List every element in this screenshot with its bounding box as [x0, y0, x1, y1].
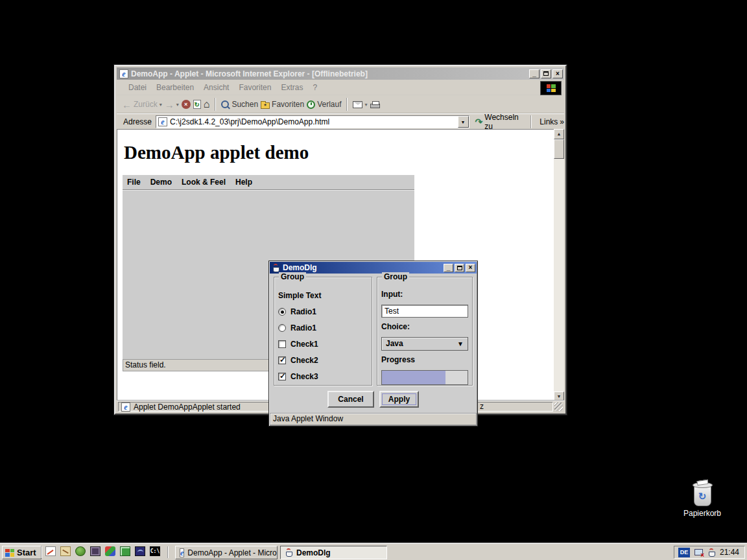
cancel-button[interactable]: Cancel	[327, 391, 374, 408]
taskbar: Start C:\ e DemoApp - Applet - Micro... …	[0, 543, 747, 560]
refresh-icon: ↻	[193, 100, 201, 109]
menu-favoriten[interactable]: Favoriten	[239, 83, 271, 92]
handwriting-icon[interactable]	[60, 546, 71, 556]
progress-bar-fill	[382, 371, 445, 384]
choice-combobox[interactable]: Java ▼	[381, 337, 468, 351]
address-field[interactable]: e C:\j2sdk1.4.2_03\prj\DemoApp\DemoApp.h…	[156, 115, 469, 128]
back-button[interactable]: ← Zurück ▾	[122, 99, 162, 110]
stop-icon: ×	[182, 100, 191, 109]
input-field[interactable]	[381, 305, 468, 318]
ie-window-title: DemoApp - Applet - Microsoft Internet Ex…	[131, 69, 527, 78]
ie-addressbar: Adresse e C:\j2sdk1.4.2_03\prj\DemoApp\D…	[117, 114, 564, 129]
combobox-value: Java	[386, 339, 403, 348]
radio-label: Radio1	[290, 323, 316, 332]
applet-menu-demo[interactable]: Demo	[150, 178, 172, 187]
statusbar-ie-icon: e	[121, 402, 130, 412]
recycle-bin-desktop-icon[interactable]: ↻ Papierkorb	[680, 485, 725, 518]
ribbon-icon[interactable]	[105, 546, 115, 556]
menu-ansicht[interactable]: Ansicht	[204, 83, 229, 92]
links-chevron-icon: »	[560, 117, 564, 126]
radio-option-2[interactable]: Radio1	[278, 323, 372, 333]
radio-unselected-icon[interactable]	[278, 324, 286, 332]
mail-chevron-icon: ▾	[364, 102, 367, 108]
scroll-up-button[interactable]: ▲	[554, 129, 564, 139]
links-button[interactable]: Links »	[540, 117, 564, 126]
favorites-label: Favoriten	[272, 100, 304, 109]
task-button-demodlg[interactable]: DemoDlg	[280, 546, 387, 559]
radio-selected-icon[interactable]	[278, 308, 286, 316]
print-button[interactable]	[370, 100, 380, 108]
ie-throbber-logo	[540, 81, 562, 95]
resize-grip[interactable]	[554, 402, 563, 411]
book-icon[interactable]	[90, 546, 101, 556]
windows-flag-icon	[547, 84, 556, 92]
applet-menu-help[interactable]: Help	[235, 178, 252, 187]
console-icon[interactable]: C:\	[150, 546, 160, 556]
search-button[interactable]: Suchen	[221, 100, 258, 109]
addressbar-separator	[530, 115, 532, 128]
demodlg-title: DemoDlg	[283, 263, 441, 272]
applet-menu-lookfeel[interactable]: Look & Feel	[182, 178, 226, 187]
ie-titlebar[interactable]: e DemoApp - Applet - Microsoft Internet …	[117, 67, 564, 80]
dialog-maximize-button[interactable]	[455, 264, 464, 272]
close-button[interactable]: ×	[552, 69, 563, 78]
start-button[interactable]: Start	[2, 546, 42, 559]
monitor-icon[interactable]	[120, 546, 130, 556]
recycle-bin-icon: ↻	[694, 485, 711, 506]
maximize-icon	[457, 266, 462, 270]
checkbox-option-1[interactable]: Check1	[278, 339, 372, 349]
keyboard-layout-indicator[interactable]: DE	[678, 548, 690, 557]
home-icon: ⌂	[204, 100, 210, 109]
ie-icon: e	[119, 69, 128, 78]
scrollbar-thumb[interactable]	[554, 139, 564, 159]
dialog-minimize-button[interactable]: _	[444, 264, 453, 272]
forward-arrow-icon: →	[165, 99, 174, 110]
checkbox-checked-icon[interactable]: ✓	[278, 373, 286, 380]
mail-button[interactable]: ▾	[353, 101, 367, 108]
recycle-bin-label: Papierkorb	[680, 509, 725, 518]
minimize-button[interactable]: _	[529, 69, 540, 78]
links-label: Links	[540, 117, 558, 126]
notes-icon[interactable]	[45, 546, 56, 556]
go-button[interactable]: ↷ Wechseln zu	[475, 113, 528, 131]
applet-menubar: File Demo Look & Feel Help	[123, 175, 414, 190]
menu-datei[interactable]: Datei	[128, 83, 147, 92]
forward-button[interactable]: → ▾	[165, 99, 179, 110]
menu-bearbeiten[interactable]: Bearbeiten	[156, 83, 194, 92]
java-applet-window-banner: Java Applet Window	[270, 413, 477, 425]
checkbox-checked-icon[interactable]: ✓	[278, 356, 286, 364]
mail-icon	[353, 101, 362, 108]
apply-button[interactable]: Apply	[379, 391, 419, 408]
checkbox-option-3[interactable]: ✓ Check3	[278, 371, 372, 382]
network-offline-icon[interactable]: ×	[694, 548, 704, 557]
address-dropdown-button[interactable]: ▼	[458, 116, 469, 128]
refresh-button[interactable]: ↻	[193, 100, 201, 109]
checkbox-label: Check2	[290, 356, 318, 365]
maximize-button[interactable]	[541, 69, 551, 78]
favorites-button[interactable]: * Favoriten	[261, 100, 304, 109]
radio-label: Radio1	[290, 307, 316, 316]
menu-extras[interactable]: Extras	[281, 83, 303, 92]
left-group-box: Group Simple Text Radio1 Radio1 Check1 ✓…	[274, 277, 372, 386]
menu-help[interactable]: ?	[313, 83, 317, 92]
address-page-icon: e	[158, 117, 167, 126]
applet-menu-file[interactable]: File	[127, 178, 141, 187]
left-group-title: Group	[279, 272, 306, 281]
swirl-icon[interactable]	[135, 546, 145, 556]
statusbar-text: Applet DemoAppApplet started	[134, 402, 241, 412]
clock[interactable]: 21:44	[720, 548, 739, 557]
checkbox-unchecked-icon[interactable]	[278, 340, 286, 348]
checkbox-option-2[interactable]: ✓ Check2	[278, 355, 372, 366]
task-button-demoapp[interactable]: e DemoApp - Applet - Micro...	[175, 546, 278, 559]
dialog-close-button[interactable]: ×	[466, 264, 475, 272]
maximize-icon	[543, 71, 549, 76]
search-icon	[221, 100, 230, 109]
bug-icon[interactable]	[75, 546, 86, 556]
task-label: DemoApp - Applet - Micro...	[187, 548, 278, 557]
address-value[interactable]: C:\j2sdk1.4.2_03\prj\DemoApp\DemoApp.htm…	[170, 117, 455, 126]
radio-option-1[interactable]: Radio1	[278, 307, 372, 317]
history-button[interactable]: Verlauf	[307, 100, 341, 109]
stop-button[interactable]: ×	[182, 100, 191, 109]
java-tray-icon[interactable]	[707, 548, 716, 557]
home-button[interactable]: ⌂	[204, 100, 210, 109]
